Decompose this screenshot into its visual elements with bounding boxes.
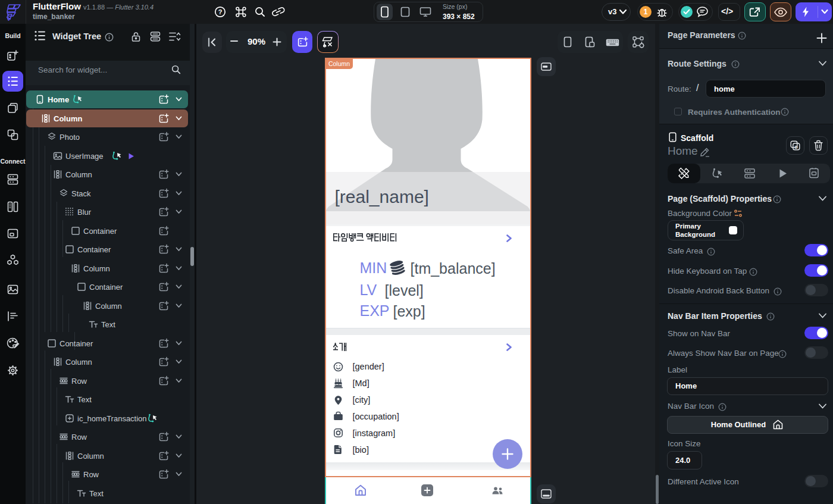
svg-text:D: D <box>795 145 798 150</box>
svg-text:?: ? <box>218 8 223 15</box>
